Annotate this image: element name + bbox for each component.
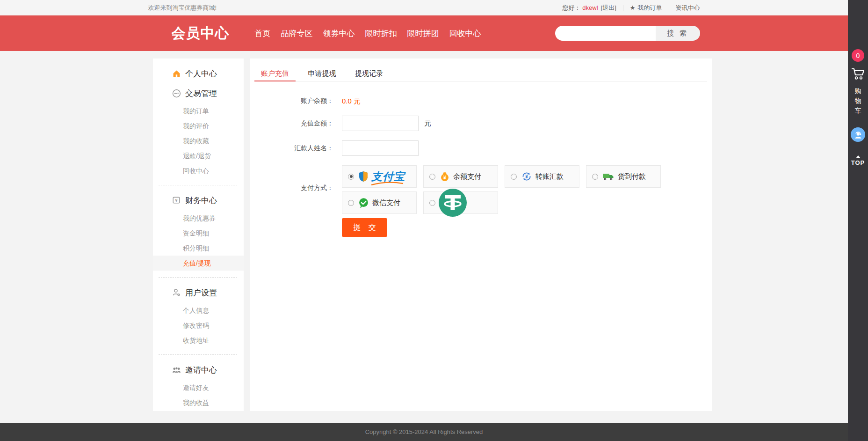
divider (159, 277, 237, 278)
home-icon (172, 69, 181, 78)
nav-coupon-center[interactable]: 领券中心 (323, 28, 355, 39)
payment-option-wechat[interactable]: 微信支付 (342, 191, 417, 214)
alipay-swoosh (370, 182, 404, 185)
page: 欢迎来到淘宝优惠券商城! 您好： dkewl [退出] ★ 我的订单 资讯中心 … (0, 0, 868, 441)
username-link[interactable]: dkewl (582, 4, 598, 11)
payment-row: 微信支付 (342, 191, 679, 214)
sidebar-item-points-details[interactable]: 积分明细 (153, 241, 244, 256)
search-input[interactable] (555, 26, 656, 41)
radio-cod[interactable] (592, 174, 598, 180)
star-icon: ★ (630, 4, 636, 11)
svg-text:¥: ¥ (443, 175, 446, 180)
sidebar-item-my-orders[interactable]: 我的订单 (153, 103, 244, 118)
radio-usdt[interactable] (429, 200, 435, 206)
right-rail: 0 购物车 TOP (848, 0, 868, 441)
cart-icon[interactable] (851, 67, 865, 81)
payment-row: 支付宝 ¥ 余额支付 ¥ (342, 165, 679, 188)
sidebar-item-shipping-address[interactable]: 收货地址 (153, 333, 244, 348)
payment-option-transfer[interactable]: ¥ 转账汇款 (505, 165, 579, 188)
logout-link[interactable]: [退出] (601, 4, 616, 12)
top-utility-inner: 欢迎来到淘宝优惠券商城! 您好： dkewl [退出] ★ 我的订单 资讯中心 (148, 0, 700, 15)
amount-unit: 元 (424, 119, 431, 128)
sidebar-item-my-reviews[interactable]: 我的评价 (153, 118, 244, 133)
sidebar-panel: 个人中心 交易管理 我的订单 我的评价 我的收藏 退款/退货 回收中心 ¥ (153, 59, 244, 411)
divider (669, 5, 669, 11)
payment-options: 支付宝 ¥ 余额支付 ¥ (342, 165, 679, 218)
balance-value: 0.0 元 (342, 97, 361, 106)
sidebar-section-trade[interactable]: 交易管理 (153, 88, 244, 99)
payment-option-label: 余额支付 (453, 172, 481, 181)
nav-flash-group[interactable]: 限时拼团 (407, 28, 439, 39)
sidebar-section-title: 交易管理 (185, 88, 217, 99)
search-button[interactable]: 搜 索 (656, 26, 700, 41)
payment-option-usdt[interactable] (423, 191, 498, 214)
nav-flash-discount[interactable]: 限时折扣 (365, 28, 397, 39)
radio-transfer[interactable] (511, 174, 517, 180)
payment-option-cod[interactable]: 货到付款 (586, 165, 661, 188)
greeting-text: 您好： (562, 4, 580, 12)
sidebar-item-my-earnings[interactable]: 我的收益 (153, 395, 244, 410)
nav-brand-zone[interactable]: 品牌专区 (281, 28, 313, 39)
payee-input[interactable] (342, 140, 419, 156)
back-to-top-button[interactable]: TOP (848, 155, 868, 166)
sidebar-section-invite[interactable]: 邀请中心 (153, 364, 244, 375)
radio-balance[interactable] (429, 174, 435, 180)
news-center-link[interactable]: 资讯中心 (676, 4, 700, 12)
alipay-shield-icon (358, 171, 369, 182)
main-nav: 首页 品牌专区 领券中心 限时折扣 限时拼团 回收中心 (255, 28, 492, 39)
wechat-icon (358, 198, 369, 208)
sidebar-item-invite-friends[interactable]: 邀请好友 (153, 380, 244, 395)
cart-label[interactable]: 购物车 (854, 86, 861, 116)
customer-service-icon[interactable] (851, 127, 865, 142)
tab-account-recharge[interactable]: 账户充值 (254, 67, 296, 81)
site-logo[interactable]: 会员中心 (148, 24, 230, 43)
welcome-text: 欢迎来到淘宝优惠券商城! (148, 4, 217, 12)
nav-home[interactable]: 首页 (255, 28, 271, 39)
cart-count-badge: 0 (852, 49, 864, 62)
radio-wechat[interactable] (348, 200, 354, 206)
finance-icon: ¥ (172, 196, 181, 205)
page-content: 欢迎来到淘宝优惠券商城! 您好： dkewl [退出] ★ 我的订单 资讯中心 … (0, 0, 848, 441)
sidebar-menu: 个人中心 交易管理 我的订单 我的评价 我的收藏 退款/退货 回收中心 ¥ (153, 59, 244, 410)
footer: Copyright © 2015-2024 All Rights Reserve… (0, 423, 848, 441)
sidebar-item-my-favorites[interactable]: 我的收藏 (153, 133, 244, 148)
tab-withdraw-records[interactable]: 提现记录 (348, 67, 390, 81)
sidebar-section-title: 财务中心 (185, 195, 217, 206)
sidebar-item-change-password[interactable]: 修改密码 (153, 318, 244, 333)
amount-input[interactable] (342, 116, 419, 131)
payee-row: 汇款人姓名： (250, 140, 419, 156)
main-panel: 账户充值 申请提现 提现记录 账户余额： 0.0 元 充值金额： 元 汇款人姓名… (250, 59, 712, 411)
sidebar-section-finance[interactable]: ¥ 财务中心 (153, 195, 244, 206)
sidebar-item-personal-info[interactable]: 个人信息 (153, 303, 244, 318)
up-triangle-icon (856, 155, 861, 158)
payment-option-alipay[interactable]: 支付宝 (342, 165, 417, 188)
divider (623, 5, 623, 11)
back-to-top-label: TOP (848, 159, 868, 166)
alipay-logo: 支付宝 (371, 169, 405, 184)
payment-option-label: 转账汇款 (535, 172, 564, 181)
sidebar-section-user-settings[interactable]: 用户设置 (153, 287, 244, 298)
top-utility-bar: 欢迎来到淘宝优惠券商城! 您好： dkewl [退出] ★ 我的订单 资讯中心 (0, 0, 848, 15)
amount-label: 充值金额： (250, 119, 333, 128)
transfer-icon: ¥ (521, 171, 532, 182)
radio-alipay[interactable] (348, 174, 354, 180)
sidebar-section-personal[interactable]: 个人中心 (153, 68, 244, 79)
sidebar-item-fund-details[interactable]: 资金明细 (153, 226, 244, 241)
payment-option-label: 货到付款 (618, 172, 646, 181)
search-bar: 搜 索 (555, 26, 700, 41)
sidebar-item-recycle-center[interactable]: 回收中心 (153, 163, 244, 178)
payment-option-label: 微信支付 (372, 198, 400, 207)
svg-text:¥: ¥ (175, 198, 177, 203)
trade-icon (172, 88, 181, 98)
payment-option-balance[interactable]: ¥ 余额支付 (423, 165, 498, 188)
sidebar-item-my-coupons[interactable]: 我的优惠券 (153, 211, 244, 226)
main-header-inner: 会员中心 首页 品牌专区 领券中心 限时折扣 限时拼团 回收中心 搜 索 (148, 15, 700, 51)
sidebar-item-refund-return[interactable]: 退款/退货 (153, 148, 244, 163)
my-orders-link[interactable]: 我的订单 (638, 4, 662, 12)
nav-recycle-center[interactable]: 回收中心 (449, 28, 481, 39)
usdt-icon (438, 188, 468, 218)
tab-apply-withdraw[interactable]: 申请提现 (301, 67, 342, 81)
sidebar-item-recharge-withdraw[interactable]: 充值/提现 (153, 256, 244, 271)
amount-row: 充值金额： 元 (250, 115, 431, 132)
submit-button[interactable]: 提 交 (342, 218, 387, 237)
